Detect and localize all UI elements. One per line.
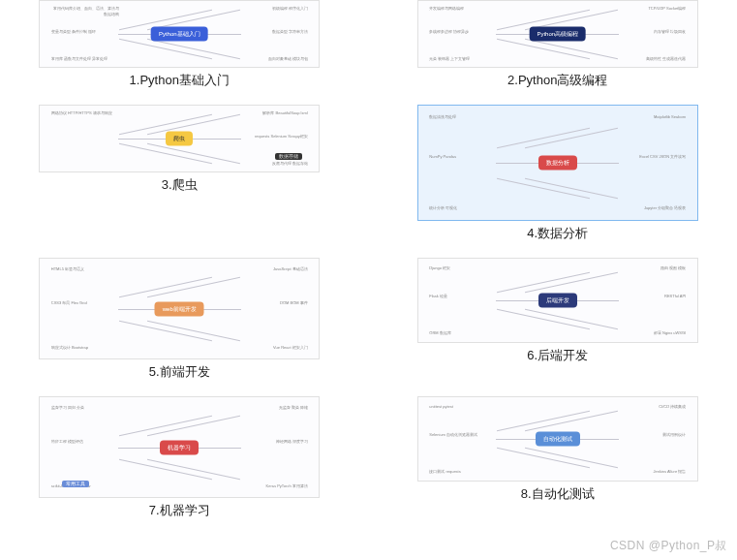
branch-text: Selenium 自动化浏览器测试 <box>429 432 477 438</box>
branch-text: Vue React 框架入门 <box>273 345 308 351</box>
thumbnail-caption: 4.数据分析 <box>527 225 588 242</box>
branch-text: 初级编程 程序化入门 <box>272 6 308 12</box>
branch-text: HTML5 标签与语义 <box>51 266 84 272</box>
mindmap-root-node: Python高级编程 <box>529 27 586 42</box>
branch-text: 多线程多进程 协程异步 <box>429 29 469 35</box>
thumbnail-caption: 5.前端开发 <box>149 363 210 381</box>
thumbnail-caption: 2.Python高级编程 <box>507 72 607 89</box>
branch-text: 路由 视图 模板 <box>660 265 686 271</box>
connector-line <box>119 114 212 135</box>
branch-text: Jupyter 分组聚合 透视表 <box>644 205 686 211</box>
branch-text: requests Selenium Scrapy框架 <box>255 134 308 140</box>
branch-text: 监督学习 回归 分类 <box>51 405 84 411</box>
branch-text: 常用代码库介绍、面向、语法、算法与数据结构 <box>51 6 119 16</box>
branch-text: 特征工程 模型评估 <box>51 439 83 445</box>
connector-line <box>147 459 240 480</box>
thumbnail-caption: 3.爬虫 <box>162 176 198 194</box>
branch-text: CI/CD 持续集成 <box>659 404 686 410</box>
thumbnail-caption: 6.后端开发 <box>527 347 588 364</box>
branch-text: 无监督 聚类 降维 <box>279 405 308 411</box>
mindmap-root-node: Python基础入门 <box>151 27 208 42</box>
branch-text: Keras PyTorch 常用算法 <box>266 483 308 489</box>
connector-line <box>497 411 590 431</box>
thumbnail-caption: 1.Python基础入门 <box>130 72 230 89</box>
mindmap-root-node: web前端开发 <box>155 301 204 316</box>
mindmap-root-node: 机器学习 <box>160 440 199 454</box>
branch-text: 数据清洗与处理 <box>429 114 456 120</box>
connector-line <box>146 139 241 140</box>
mindmap-root-node: 爬虫 <box>166 132 193 146</box>
sub-node: 常用工具 <box>62 481 89 487</box>
branch-text: JavaScript 基础语法 <box>273 266 308 272</box>
branch-text: 面向对象基础 模块与包 <box>268 56 308 62</box>
branch-text: NumPy Pandas <box>429 154 456 160</box>
thumbnail-cell-6[interactable]: Django 框架Flask 轻量ORM 数据库路由 视图 模板RESTful … <box>398 258 719 381</box>
branch-text: 接口测试 requests <box>429 469 460 475</box>
branch-text: 元类 装饰器 上下文管理 <box>429 56 470 62</box>
branch-text: 部署 Nginx uWSGI <box>654 330 686 336</box>
branch-text: 解析库 BeautifulSoup lxml <box>262 110 307 116</box>
thumbnail-cell-8[interactable]: unittest pytestSelenium 自动化浏览器测试接口测试 req… <box>398 396 719 519</box>
connector-line <box>525 448 618 468</box>
mindmap-thumbnail[interactable]: 常用代码库介绍、面向、语法、算法与数据结构变量与类型 条件控制 循环常用库 函数… <box>39 0 320 68</box>
connector-line <box>525 178 618 199</box>
thumbnail-cell-3[interactable]: 网络协议 HTTP/HTTPS 请求与响应解析库 BeautifulSoup l… <box>19 105 340 242</box>
branch-text: 内存管理 垃圾回收 <box>654 29 686 35</box>
branch-text: 高级特性 生成器迭代器 <box>646 56 686 62</box>
branch-text: DOM BOM 事件 <box>280 300 308 306</box>
branch-text: Jenkins Allure 报告 <box>653 469 686 475</box>
branch-text: 并发编程与网络编程 <box>429 6 464 12</box>
mindmap-thumbnail[interactable]: unittest pytestSelenium 自动化浏览器测试接口测试 req… <box>417 396 698 482</box>
watermark: CSDN @Python_P叔 <box>610 538 727 554</box>
connector-line <box>119 277 212 297</box>
mindmap-thumbnail[interactable]: 网络协议 HTTP/HTTPS 请求与响应解析库 BeautifulSoup l… <box>39 105 320 172</box>
branch-text: CSS3 布局 Flex Grid <box>51 300 87 306</box>
connector-line <box>525 309 618 329</box>
thumbnail-cell-2[interactable]: 并发编程与网络编程多线程多进程 协程异步元类 装饰器 上下文管理TCP/UDP … <box>398 0 719 89</box>
branch-text: 网络协议 HTTP/HTTPS 请求与响应 <box>51 110 112 116</box>
branch-text: ORM 数据库 <box>429 330 450 336</box>
thumbnail-cell-1[interactable]: 常用代码库介绍、面向、语法、算法与数据结构变量与类型 条件控制 循环常用库 函数… <box>19 0 340 89</box>
branch-text: 响应式设计 Bootstrap <box>51 345 88 351</box>
connector-line <box>497 128 590 148</box>
connector-line <box>147 143 240 164</box>
mindmap-root-node: 数据分析 <box>538 156 577 171</box>
connector-line <box>525 39 618 59</box>
thumbnail-caption: 8.自动化测试 <box>521 485 595 503</box>
mindmap-thumbnail[interactable]: 并发编程与网络编程多线程多进程 协程异步元类 装饰器 上下文管理TCP/UDP … <box>417 0 698 68</box>
branch-text: RESTful API <box>664 294 686 299</box>
connector-line <box>147 39 240 59</box>
connector-line <box>497 272 590 293</box>
thumbnail-cell-4[interactable]: 数据清洗与处理NumPy Pandas统计分析 可视化Matplotlib Se… <box>398 105 719 242</box>
branch-text: Flask 轻量 <box>429 294 447 299</box>
branch-text: 神经网络 深度学习 <box>276 439 308 445</box>
branch-text: 反爬与代理 数据存储 <box>272 161 308 167</box>
branch-text: unittest pytest <box>429 404 453 410</box>
thumbnail-cell-7[interactable]: 监督学习 回归 分类特征工程 模型评估scikit-learn TensorFl… <box>19 396 340 519</box>
thumbnail-cell-5[interactable]: HTML5 标签与语义CSS3 布局 Flex Grid响应式设计 Bootst… <box>19 258 340 381</box>
mindmap-root-node: 自动化测试 <box>536 432 580 447</box>
mindmap-root-node: 后端开发 <box>538 294 577 308</box>
branch-text: 常用库 函数与文件处理 异常处理 <box>51 56 107 62</box>
mindmap-thumbnail[interactable]: Django 框架Flask 轻量ORM 数据库路由 视图 模板RESTful … <box>417 258 698 343</box>
thumbnail-caption: 7.机器学习 <box>149 502 210 519</box>
branch-text: 测试用例设计 <box>662 432 686 438</box>
mindmap-thumbnail[interactable]: HTML5 标签与语义CSS3 布局 Flex Grid响应式设计 Bootst… <box>39 258 320 359</box>
mindmap-thumbnail[interactable]: 数据清洗与处理NumPy Pandas统计分析 可视化Matplotlib Se… <box>417 105 698 221</box>
branch-text: Matplotlib Seaborn <box>654 114 686 120</box>
sub-node: 数据存储 <box>275 153 302 160</box>
connector-line <box>119 416 212 436</box>
connector-line <box>147 321 240 341</box>
branch-text: 数据类型 字符串方法 <box>272 29 308 35</box>
branch-text: 变量与类型 条件控制 循环 <box>51 29 96 35</box>
thumbnail-grid: 常用代码库介绍、面向、语法、算法与数据结构变量与类型 条件控制 循环常用库 函数… <box>0 0 737 519</box>
branch-text: TCP/UDP Socket编程 <box>648 6 686 12</box>
branch-text: 统计分析 可视化 <box>429 205 457 211</box>
branch-text: Django 框架 <box>429 265 450 271</box>
branch-text: Excel CSV JSON 文件读写 <box>639 154 686 160</box>
mindmap-thumbnail[interactable]: 监督学习 回归 分类特征工程 模型评估scikit-learn TensorFl… <box>39 396 320 498</box>
